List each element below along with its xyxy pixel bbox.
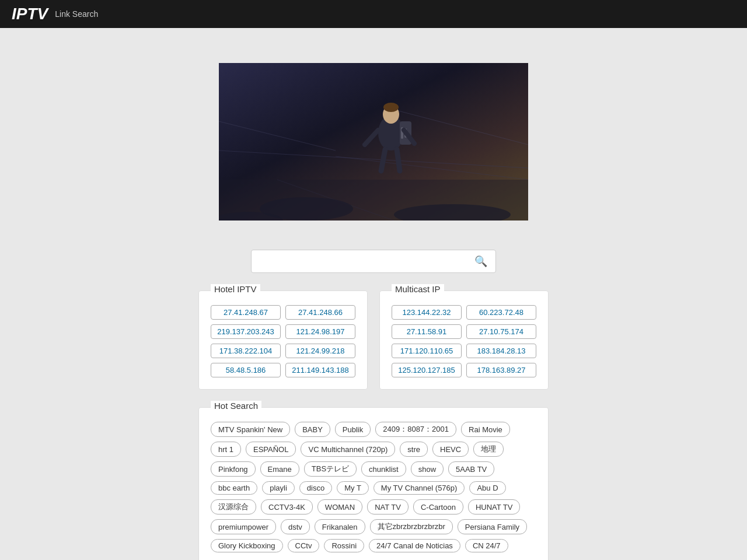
search-bar: 🔍: [251, 250, 496, 273]
hot-search-tag[interactable]: 2409：8087：2001: [375, 422, 456, 437]
hot-search-tag[interactable]: show: [411, 461, 444, 477]
hot-search-tag[interactable]: bbc earth: [211, 481, 257, 495]
hot-search-tag[interactable]: C-Cartoon: [413, 499, 463, 514]
multicast-ip-tag[interactable]: 60.223.72.48: [466, 305, 536, 320]
hot-search-tag[interactable]: premiumpower: [211, 519, 276, 534]
hot-search-tag[interactable]: Glory Kickboxing: [211, 539, 283, 552]
hot-search-tag[interactable]: HEVC: [432, 442, 469, 457]
multicast-ip-tag[interactable]: 27.10.75.174: [466, 324, 536, 339]
multicast-ip-tag[interactable]: 123.144.22.32: [392, 305, 462, 320]
hot-search-tag[interactable]: BABY: [295, 422, 330, 437]
hot-search-tag[interactable]: My T: [337, 481, 369, 495]
hotel-ip-tag[interactable]: 171.38.222.104: [211, 344, 281, 358]
hotel-ip-tag[interactable]: 219.137.203.243: [211, 324, 281, 339]
header-subtitle: Link Search: [55, 9, 98, 19]
hot-search-tag[interactable]: TBSテレビ: [304, 461, 357, 477]
hot-search-wrapper: Hot Search MTV Spankin' NewBABYPublik240…: [0, 407, 747, 560]
search-container: 🔍: [0, 250, 747, 273]
hotel-ip-tag[interactable]: 121.24.99.218: [285, 344, 355, 358]
multicast-ip-tag[interactable]: 183.184.28.13: [466, 344, 536, 358]
hot-search-tag[interactable]: 5AAB TV: [448, 461, 494, 477]
multicast-ip-tag[interactable]: 27.11.58.91: [392, 324, 462, 339]
hotel-ip-tag[interactable]: 27.41.248.67: [211, 305, 281, 320]
main-content: 🔍 Hotel IPTV 27.41.248.6727.41.248.66219…: [0, 0, 747, 560]
hotel-iptv-grid: 27.41.248.6727.41.248.66219.137.203.2431…: [211, 305, 355, 377]
video-thumbnail: [219, 63, 528, 220]
hot-search-tag[interactable]: HUNAT TV: [468, 499, 521, 514]
multicast-ip-title: Multicast IP: [392, 284, 444, 294]
hot-search-card: Hot Search MTV Spankin' NewBABYPublik240…: [198, 407, 549, 560]
hotel-ip-tag[interactable]: 58.48.5.186: [211, 363, 281, 377]
hot-search-title: Hot Search: [211, 401, 261, 411]
hot-search-tag[interactable]: 其它zbrzbrzbrzbrzbr: [370, 519, 453, 534]
hotel-iptv-card: Hotel IPTV 27.41.248.6727.41.248.66219.1…: [198, 290, 368, 390]
hot-search-tags: MTV Spankin' NewBABYPublik2409：8087：2001…: [211, 422, 536, 552]
hot-search-tag[interactable]: chunklist: [361, 461, 406, 477]
hot-search-tag[interactable]: dstv: [281, 519, 310, 534]
hot-search-tag[interactable]: VC Multichannel (720p): [301, 442, 395, 457]
hot-search-tag[interactable]: playli: [262, 481, 295, 495]
hot-search-tag[interactable]: CCtv: [288, 539, 320, 552]
hot-search-tag[interactable]: Persiana Family: [458, 519, 527, 534]
search-input[interactable]: [257, 256, 472, 267]
hot-search-tag[interactable]: disco: [299, 481, 332, 495]
video-player: [219, 63, 528, 220]
hot-search-tag[interactable]: stre: [400, 442, 428, 457]
app-header: IPTV Link Search: [0, 0, 747, 28]
search-button[interactable]: 🔍: [472, 254, 490, 269]
hotel-ip-tag[interactable]: 121.24.98.197: [285, 324, 355, 339]
hot-search-tag[interactable]: 汉源综合: [211, 499, 256, 514]
svg-rect-19: [219, 180, 528, 220]
multicast-ip-tag[interactable]: 178.163.89.27: [466, 363, 536, 377]
hot-search-tag[interactable]: CCTV3-4K: [261, 499, 313, 514]
multicast-ip-tag[interactable]: 125.120.127.185: [392, 363, 462, 377]
hot-search-tag[interactable]: Pinkfong: [211, 461, 256, 477]
hot-search-tag[interactable]: NAT TV: [367, 499, 409, 514]
hot-search-tag[interactable]: 24/7 Canal de Noticias: [369, 539, 460, 552]
hot-search-tag[interactable]: ESPAÑOL: [246, 442, 296, 457]
hot-search-tag[interactable]: My TV Channel (576p): [374, 481, 465, 495]
svg-line-15: [397, 149, 400, 171]
hot-search-tag[interactable]: WOMAN: [317, 499, 362, 514]
hot-search-tag[interactable]: Emane: [260, 461, 299, 477]
svg-point-8: [383, 103, 399, 112]
hot-search-tag[interactable]: Rai Movie: [461, 422, 510, 437]
multicast-ip-grid: 123.144.22.3260.223.72.4827.11.58.9127.1…: [392, 305, 536, 377]
hotel-iptv-title: Hotel IPTV: [211, 284, 260, 294]
ip-sections: Hotel IPTV 27.41.248.6727.41.248.66219.1…: [0, 290, 747, 390]
hot-search-tag[interactable]: hrt 1: [211, 442, 241, 457]
hot-search-tag[interactable]: CN 24/7: [465, 539, 508, 552]
hotel-ip-tag[interactable]: 27.41.248.66: [285, 305, 355, 320]
hot-search-tag[interactable]: Publik: [335, 422, 371, 437]
hot-search-tag[interactable]: Abu D: [469, 481, 505, 495]
hot-search-tag[interactable]: Rossini: [324, 539, 364, 552]
hot-search-tag[interactable]: MTV Spankin' New: [211, 422, 290, 437]
hot-search-tag[interactable]: Frikanalen: [315, 519, 365, 534]
multicast-ip-tag[interactable]: 171.120.110.65: [392, 344, 462, 358]
multicast-ip-card: Multicast IP 123.144.22.3260.223.72.4827…: [379, 290, 549, 390]
hotel-ip-tag[interactable]: 211.149.143.188: [285, 363, 355, 377]
hot-search-tag[interactable]: 地理: [473, 442, 504, 457]
app-title: IPTV: [12, 5, 48, 23]
